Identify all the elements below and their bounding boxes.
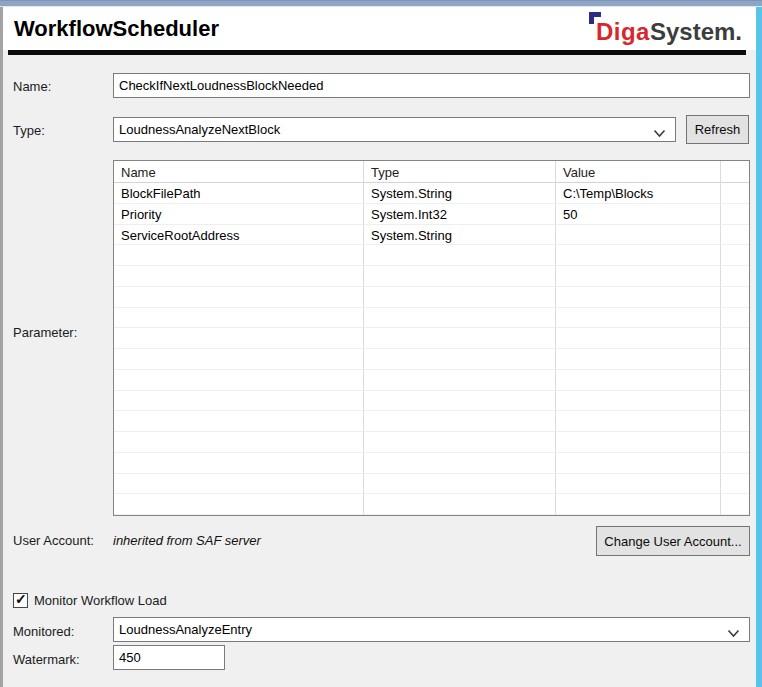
header-divider-rule bbox=[8, 50, 746, 55]
param-value-cell bbox=[556, 245, 721, 266]
table-row[interactable] bbox=[114, 308, 749, 329]
param-type-cell bbox=[364, 245, 556, 266]
param-value-cell bbox=[556, 328, 721, 349]
param-value-cell bbox=[556, 453, 721, 474]
param-type-cell: System.String bbox=[364, 225, 556, 246]
parameter-table-body: BlockFilePath System.String C:\Temp\Bloc… bbox=[114, 183, 749, 515]
param-name-cell bbox=[114, 391, 364, 412]
type-combobox[interactable]: LoudnessAnalyzeNextBlock bbox=[113, 117, 676, 142]
param-value-cell bbox=[556, 370, 721, 391]
table-row[interactable] bbox=[114, 494, 749, 515]
param-value-cell bbox=[556, 391, 721, 412]
param-value-cell bbox=[556, 349, 721, 370]
digasystem-logo: DigaSystem. bbox=[596, 12, 742, 46]
param-value-cell bbox=[556, 225, 721, 246]
param-name-cell bbox=[114, 245, 364, 266]
column-header-type[interactable]: Type bbox=[364, 161, 556, 183]
user-account-value: inherited from SAF server bbox=[113, 533, 261, 548]
param-type-cell bbox=[364, 287, 556, 308]
param-filler-cell bbox=[721, 474, 749, 495]
param-type-cell bbox=[364, 308, 556, 329]
parameter-table-header: Name Type Value bbox=[114, 161, 749, 183]
watermark-label: Watermark: bbox=[13, 652, 80, 667]
type-label: Type: bbox=[13, 123, 45, 138]
param-type-cell: System.Int32 bbox=[364, 204, 556, 225]
param-type-cell bbox=[364, 411, 556, 432]
parameter-table: Name Type Value BlockFilePath System.Str… bbox=[113, 160, 750, 516]
param-type-cell: System.String bbox=[364, 183, 556, 204]
monitor-workflow-load-checkbox[interactable]: ✓ Monitor Workflow Load bbox=[13, 593, 167, 608]
table-row[interactable] bbox=[114, 411, 749, 432]
name-input[interactable] bbox=[113, 73, 750, 98]
param-filler-cell bbox=[721, 225, 749, 246]
logo-corner-icon bbox=[589, 12, 601, 24]
param-value-cell: 50 bbox=[556, 204, 721, 225]
param-name-cell: ServiceRootAddress bbox=[114, 225, 364, 246]
checkbox-label: Monitor Workflow Load bbox=[34, 593, 167, 608]
type-combobox-value: LoudnessAnalyzeNextBlock bbox=[119, 122, 280, 137]
param-filler-cell bbox=[721, 328, 749, 349]
table-row[interactable] bbox=[114, 245, 749, 266]
monitored-combobox-value: LoudnessAnalyzeEntry bbox=[119, 622, 252, 637]
chevron-down-icon bbox=[727, 626, 740, 641]
param-name-cell: Priority bbox=[114, 204, 364, 225]
header: WorkflowScheduler DigaSystem. bbox=[3, 7, 756, 50]
table-row[interactable] bbox=[114, 391, 749, 412]
param-filler-cell bbox=[721, 432, 749, 453]
param-filler-cell bbox=[721, 204, 749, 225]
param-type-cell bbox=[364, 432, 556, 453]
top-edge-strip bbox=[0, 0, 762, 7]
param-value-cell bbox=[556, 287, 721, 308]
refresh-button[interactable]: Refresh bbox=[686, 115, 749, 144]
param-name-cell bbox=[114, 308, 364, 329]
monitored-combobox[interactable]: LoudnessAnalyzeEntry bbox=[113, 617, 750, 642]
param-value-cell: C:\Temp\Blocks bbox=[556, 183, 721, 204]
param-type-cell bbox=[364, 328, 556, 349]
param-value-cell bbox=[556, 432, 721, 453]
chevron-down-icon bbox=[653, 126, 666, 141]
param-name-cell bbox=[114, 411, 364, 432]
table-row[interactable] bbox=[114, 287, 749, 308]
monitored-label: Monitored: bbox=[13, 624, 74, 639]
table-row[interactable]: BlockFilePath System.String C:\Temp\Bloc… bbox=[114, 183, 749, 204]
param-type-cell bbox=[364, 349, 556, 370]
column-header-value[interactable]: Value bbox=[556, 161, 721, 183]
table-row[interactable] bbox=[114, 328, 749, 349]
table-row[interactable] bbox=[114, 266, 749, 287]
param-name-cell: BlockFilePath bbox=[114, 183, 364, 204]
param-name-cell bbox=[114, 453, 364, 474]
param-name-cell bbox=[114, 349, 364, 370]
column-header-filler bbox=[721, 161, 749, 183]
param-name-cell bbox=[114, 432, 364, 453]
param-name-cell bbox=[114, 494, 364, 515]
left-edge-border bbox=[0, 7, 3, 687]
column-header-name[interactable]: Name bbox=[114, 161, 364, 183]
param-filler-cell bbox=[721, 308, 749, 329]
param-name-cell bbox=[114, 287, 364, 308]
param-name-cell bbox=[114, 266, 364, 287]
table-row[interactable] bbox=[114, 432, 749, 453]
param-value-cell bbox=[556, 308, 721, 329]
change-user-account-button[interactable]: Change User Account... bbox=[596, 526, 750, 556]
param-filler-cell bbox=[721, 287, 749, 308]
param-type-cell bbox=[364, 391, 556, 412]
table-row[interactable] bbox=[114, 370, 749, 391]
table-row[interactable] bbox=[114, 453, 749, 474]
table-row[interactable]: Priority System.Int32 50 bbox=[114, 204, 749, 225]
param-value-cell bbox=[556, 411, 721, 432]
workflow-scheduler-panel: WorkflowScheduler DigaSystem. Name: Type… bbox=[0, 0, 762, 687]
table-row[interactable] bbox=[114, 474, 749, 495]
logo-text-diga: Diga bbox=[596, 18, 650, 45]
user-account-label: User Account: bbox=[13, 533, 94, 548]
param-value-cell bbox=[556, 494, 721, 515]
param-name-cell bbox=[114, 328, 364, 349]
param-filler-cell bbox=[721, 391, 749, 412]
param-name-cell bbox=[114, 474, 364, 495]
param-type-cell bbox=[364, 370, 556, 391]
param-filler-cell bbox=[721, 370, 749, 391]
logo-text-system: System. bbox=[650, 18, 742, 45]
watermark-input[interactable] bbox=[113, 645, 225, 670]
check-icon: ✓ bbox=[15, 592, 27, 607]
table-row[interactable]: ServiceRootAddress System.String bbox=[114, 225, 749, 246]
table-row[interactable] bbox=[114, 349, 749, 370]
